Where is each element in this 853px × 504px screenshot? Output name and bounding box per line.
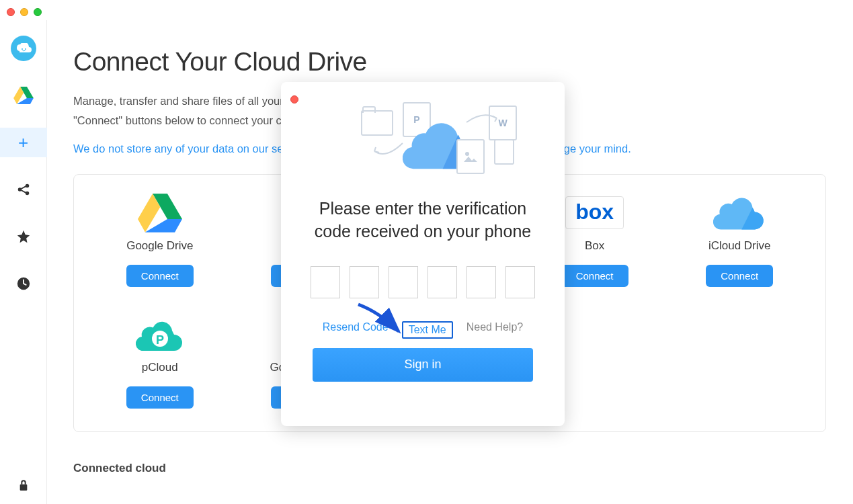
provider-name: pCloud	[142, 361, 178, 374]
sidebar-item-google-drive[interactable]	[0, 81, 47, 110]
sidebar-lock[interactable]	[0, 478, 47, 492]
icloud-icon	[713, 194, 766, 233]
google-drive-icon	[138, 194, 182, 233]
code-digit-3[interactable]	[389, 266, 418, 298]
connect-button[interactable]: Connect	[126, 386, 194, 409]
provider-name: Google Drive	[126, 239, 193, 253]
code-digit-2[interactable]	[350, 266, 379, 298]
window-traffic-lights	[7, 8, 42, 16]
sidebar: +	[0, 20, 47, 504]
star-icon	[16, 229, 31, 244]
svg-point-4	[25, 192, 29, 196]
lock-icon	[18, 478, 29, 492]
modal-title: Please enter the verification code recei…	[281, 198, 565, 243]
code-digit-6[interactable]	[505, 266, 535, 298]
connected-cloud-heading: Connected cloud	[73, 462, 826, 475]
connect-button[interactable]: Connect	[561, 265, 628, 287]
image-doc-icon	[456, 139, 485, 174]
page-title: Connect Your Cloud Drive	[73, 47, 826, 77]
sign-in-button[interactable]: Sign in	[313, 348, 533, 382]
svg-rect-6	[19, 485, 27, 491]
resend-code-link[interactable]: Resend Code	[323, 321, 389, 339]
provider-card-google-drive: Google Drive Connect	[94, 194, 226, 287]
svg-point-1	[25, 48, 26, 50]
sidebar-item-app-home[interactable]	[0, 34, 47, 63]
clock-icon	[16, 276, 31, 291]
folder-icon	[361, 110, 393, 136]
fullscreen-window-icon[interactable]	[34, 8, 42, 16]
sidebar-item-add-cloud[interactable]: +	[0, 128, 47, 157]
modal-links: Resend Code Text Me Need Help?	[323, 321, 523, 339]
google-drive-icon	[13, 87, 34, 104]
arrow-right-icon	[463, 109, 503, 129]
provider-name: iCloud Drive	[708, 239, 771, 253]
blank-doc-icon	[494, 139, 514, 165]
modal-hero-illustration: P W	[322, 102, 524, 183]
svg-text:P: P	[156, 333, 164, 346]
arrow-left-icon	[369, 139, 409, 163]
sidebar-item-favorites[interactable]	[0, 222, 47, 251]
verification-code-inputs	[311, 266, 535, 298]
provider-name: Box	[585, 239, 604, 253]
sidebar-item-recent[interactable]	[0, 269, 47, 298]
sidebar-item-share[interactable]	[0, 175, 47, 204]
plus-icon: +	[18, 132, 28, 153]
verification-modal: P W Please enter the verification code r…	[281, 82, 565, 426]
code-digit-5[interactable]	[466, 266, 496, 298]
svg-point-3	[25, 184, 29, 188]
provider-card-icloud: iCloud Drive Connect	[674, 194, 805, 287]
modal-close-icon[interactable]	[290, 95, 298, 103]
connect-button[interactable]: Connect	[706, 265, 773, 287]
box-icon: box	[565, 194, 624, 233]
need-help-link[interactable]: Need Help?	[466, 321, 524, 339]
share-icon	[16, 182, 31, 197]
close-window-icon[interactable]	[7, 8, 15, 16]
svg-point-9	[465, 152, 469, 156]
minimize-window-icon[interactable]	[20, 8, 28, 16]
provider-card-pcloud: P pCloud Connect	[94, 315, 226, 409]
code-digit-1[interactable]	[311, 266, 340, 298]
app-logo-icon	[11, 36, 36, 61]
connect-button[interactable]: Connect	[126, 265, 194, 287]
code-digit-4[interactable]	[428, 266, 457, 298]
svg-point-0	[22, 48, 23, 50]
pcloud-icon: P	[136, 315, 184, 354]
text-me-link[interactable]: Text Me	[402, 321, 453, 339]
